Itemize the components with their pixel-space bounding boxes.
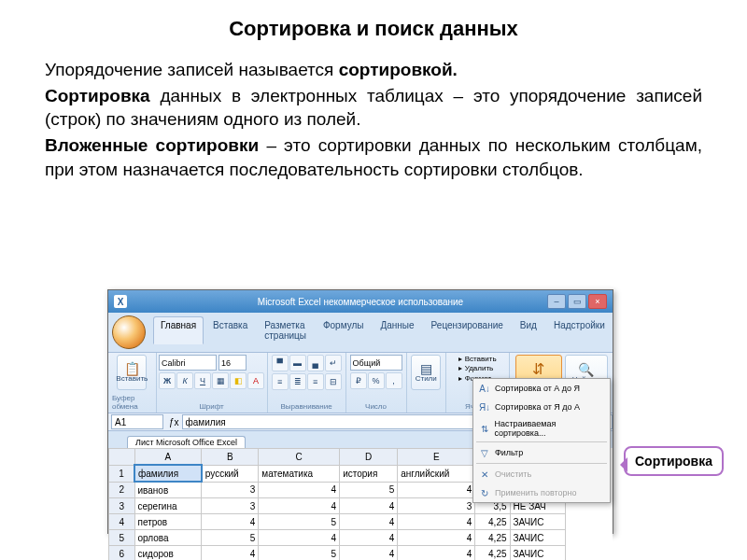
- cell[interactable]: петров: [134, 514, 202, 530]
- percent-button[interactable]: %: [368, 372, 385, 389]
- align-center[interactable]: ≣: [289, 373, 306, 390]
- cell[interactable]: 4,25: [475, 514, 510, 530]
- row-header[interactable]: 4: [109, 514, 135, 530]
- cell[interactable]: русский: [202, 465, 259, 482]
- cell[interactable]: иванов: [134, 482, 202, 498]
- menu-sort-custom[interactable]: ⇅Настраиваемая сортировка...: [473, 416, 610, 441]
- italic-button[interactable]: К: [176, 372, 193, 389]
- cell[interactable]: 5: [259, 514, 340, 530]
- font-size-select[interactable]: 16: [218, 355, 247, 371]
- cell[interactable]: 5: [202, 530, 259, 546]
- cell[interactable]: ЗАЧИС: [510, 530, 565, 546]
- row-header[interactable]: 1: [109, 465, 135, 482]
- cell[interactable]: 5: [340, 482, 398, 498]
- currency-button[interactable]: ₽: [350, 372, 367, 389]
- border-button[interactable]: ▦: [212, 372, 229, 389]
- cell[interactable]: 4: [340, 514, 398, 530]
- cells-insert[interactable]: ▸ Вставить: [458, 355, 496, 364]
- filter-icon: ▽: [478, 446, 491, 459]
- cells-delete[interactable]: ▸ Удалить: [458, 364, 496, 373]
- menu-filter[interactable]: ▽Фильтр: [473, 443, 610, 462]
- clipboard-icon: 📋: [124, 362, 140, 375]
- wrap-text[interactable]: ↵: [325, 355, 342, 371]
- cell[interactable]: 4: [202, 546, 259, 561]
- cell[interactable]: 4: [340, 530, 398, 546]
- excel-screenshot: X Microsoft Excel некоммерческое использ…: [107, 289, 613, 534]
- align-mid[interactable]: ▬: [289, 355, 306, 371]
- p3-a: Вложенные сортировки: [45, 135, 259, 155]
- cell[interactable]: 3: [202, 482, 259, 498]
- cell[interactable]: 3: [398, 498, 475, 514]
- cell[interactable]: 3: [202, 498, 259, 514]
- cell[interactable]: 4,25: [475, 530, 510, 546]
- minimize-button[interactable]: –: [547, 294, 566, 309]
- font-color-button[interactable]: A: [247, 372, 264, 389]
- align-right[interactable]: ≡: [307, 373, 324, 390]
- menu-sort-az[interactable]: А↓Сортировка от А до Я: [473, 379, 610, 398]
- cell[interactable]: история: [340, 465, 398, 482]
- cell[interactable]: 4: [259, 530, 340, 546]
- cell[interactable]: математика: [259, 465, 340, 482]
- fill-color-button[interactable]: ◧: [230, 372, 247, 389]
- tab-formulas[interactable]: Формулы: [316, 316, 372, 344]
- row-header[interactable]: 6: [109, 546, 135, 561]
- cell[interactable]: серегина: [134, 498, 202, 514]
- tab-view[interactable]: Вид: [513, 316, 544, 344]
- window-title: Microsoft Excel некоммерческое использов…: [108, 297, 613, 307]
- tab-data[interactable]: Данные: [373, 316, 421, 344]
- corner-cell[interactable]: [109, 449, 135, 466]
- cell[interactable]: 4: [398, 546, 475, 561]
- menu-sort-za[interactable]: Я↓Сортировка от Я до А: [473, 398, 610, 416]
- underline-button[interactable]: Ч: [194, 372, 211, 389]
- close-button[interactable]: ×: [588, 294, 607, 309]
- comma-button[interactable]: ,: [386, 372, 402, 389]
- bold-button[interactable]: Ж: [159, 372, 176, 389]
- column-header[interactable]: B: [202, 449, 259, 466]
- cell[interactable]: 4,25: [475, 546, 510, 561]
- tab-pagelayout[interactable]: Разметка страницы: [257, 316, 314, 344]
- row-header[interactable]: 3: [109, 498, 135, 514]
- sheet-tab[interactable]: Лист Microsoft Office Excel: [127, 436, 246, 448]
- sort-za-icon: Я↓: [478, 400, 491, 413]
- column-header[interactable]: E: [398, 449, 475, 466]
- cell[interactable]: ЗАЧИС: [510, 546, 565, 561]
- cell[interactable]: ЗАЧИС: [510, 514, 565, 530]
- cell[interactable]: орлова: [134, 530, 202, 546]
- merge[interactable]: ⊟: [325, 373, 342, 390]
- row-header[interactable]: 5: [109, 530, 135, 546]
- tab-review[interactable]: Рецензирование: [424, 316, 511, 344]
- cell[interactable]: 5: [259, 546, 340, 561]
- cell[interactable]: 4: [398, 482, 475, 498]
- name-box[interactable]: A1: [111, 414, 163, 429]
- tab-home[interactable]: Главная: [153, 316, 204, 344]
- cell[interactable]: 4: [202, 514, 259, 530]
- cell[interactable]: английский: [398, 465, 475, 482]
- column-header[interactable]: A: [134, 449, 202, 466]
- align-left[interactable]: ≡: [272, 373, 289, 390]
- font-name-select[interactable]: Calibri: [159, 355, 217, 371]
- number-format-select[interactable]: Общий: [350, 355, 402, 371]
- column-header[interactable]: D: [340, 449, 398, 466]
- align-top[interactable]: ▀: [272, 355, 289, 371]
- menu-reapply: ↻Применить повторно: [473, 483, 610, 502]
- tab-insert[interactable]: Вставка: [205, 316, 255, 344]
- cell[interactable]: сидоров: [134, 546, 202, 561]
- tab-addins[interactable]: Надстройки: [546, 316, 613, 344]
- cell[interactable]: 4: [398, 514, 475, 530]
- row-header[interactable]: 2: [109, 482, 135, 498]
- align-bot[interactable]: ▄: [307, 355, 324, 371]
- paste-label: Вставить: [116, 375, 148, 383]
- cell[interactable]: фамилия: [134, 465, 202, 482]
- paste-button[interactable]: 📋 Вставить: [117, 355, 147, 390]
- styles-button[interactable]: ▤ Стили: [411, 355, 441, 390]
- office-button[interactable]: [112, 315, 146, 349]
- column-header[interactable]: C: [259, 449, 340, 466]
- cell[interactable]: 4: [340, 498, 398, 514]
- maximize-button[interactable]: ▭: [568, 294, 586, 309]
- cell[interactable]: 4: [398, 530, 475, 546]
- cell[interactable]: 4: [259, 498, 340, 514]
- cell[interactable]: 4: [259, 482, 340, 498]
- cell[interactable]: 4: [340, 546, 398, 561]
- sort-filter-menu: А↓Сортировка от А до Я Я↓Сортировка от Я…: [472, 378, 611, 503]
- fx-icon[interactable]: ƒx: [169, 417, 179, 427]
